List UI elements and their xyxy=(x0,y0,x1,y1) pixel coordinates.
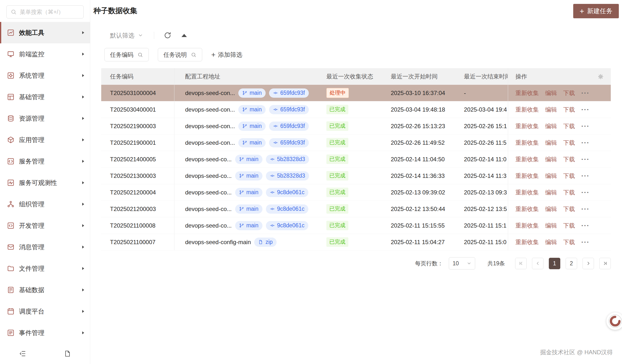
sidebar-item-frontend-monitor[interactable]: 前端监控 xyxy=(0,43,90,65)
commit-badge[interactable]: 9c8de061c xyxy=(266,204,309,214)
page-1-button[interactable]: 1 xyxy=(549,258,560,269)
more-actions-icon[interactable]: ··· xyxy=(581,172,590,180)
download-link[interactable]: 下载 xyxy=(563,89,575,97)
table-row[interactable]: T2025021200004devops-seed-co...main9c8de… xyxy=(101,184,611,201)
more-actions-icon[interactable]: ··· xyxy=(581,238,590,246)
new-task-button[interactable]: + 新建任务 xyxy=(573,4,619,18)
commit-badge[interactable]: 5b28328d3 xyxy=(266,171,309,181)
sidebar-item-application-management[interactable]: 应用管理 xyxy=(0,129,90,151)
commit-badge[interactable]: 9c8de061c xyxy=(266,188,309,197)
commit-badge[interactable]: 5b28328d3 xyxy=(266,155,309,164)
download-link[interactable]: 下载 xyxy=(563,189,575,196)
menu-search-input[interactable]: 菜单搜索（⌘+/） xyxy=(6,5,84,18)
recollect-link[interactable]: 重新收集 xyxy=(515,89,539,97)
edit-link[interactable]: 编辑 xyxy=(545,205,557,213)
commit-badge[interactable]: 659fdc93f xyxy=(269,122,309,131)
sidebar-item-basic-data[interactable]: 基础数据 xyxy=(0,279,90,301)
more-actions-icon[interactable]: ··· xyxy=(581,222,590,230)
download-link[interactable]: 下载 xyxy=(563,122,575,130)
branch-badge[interactable]: main xyxy=(235,155,262,164)
sidebar-item-basic-management[interactable]: 基础管理 xyxy=(0,86,90,108)
more-actions-icon[interactable]: ··· xyxy=(581,189,590,196)
task-desc-filter[interactable]: 任务说明 xyxy=(158,48,202,61)
table-row[interactable]: T2025021900001devops-seed-con...main659f… xyxy=(101,134,611,151)
branch-badge[interactable]: main xyxy=(238,89,266,98)
branch-badge[interactable]: main xyxy=(238,105,266,114)
recollect-link[interactable]: 重新收集 xyxy=(515,222,539,230)
branch-badge[interactable]: main xyxy=(235,171,262,181)
page-size-select[interactable]: 10 xyxy=(449,257,475,270)
edit-link[interactable]: 编辑 xyxy=(545,139,557,147)
recollect-link[interactable]: 重新收集 xyxy=(515,155,539,163)
branch-badge[interactable]: main xyxy=(235,204,262,214)
table-row[interactable]: T2025021900003devops-seed-con...main659f… xyxy=(101,118,611,134)
table-row[interactable]: T2025021200003devops-seed-co...main9c8de… xyxy=(101,201,611,217)
document-icon[interactable] xyxy=(64,350,71,357)
download-link[interactable]: 下载 xyxy=(563,222,575,230)
prev-page-button[interactable] xyxy=(532,258,544,269)
edit-link[interactable]: 编辑 xyxy=(545,106,557,113)
table-row[interactable]: T2025031000004devops-seed-con...main659f… xyxy=(101,85,611,101)
community-logo[interactable] xyxy=(606,312,622,330)
commit-badge[interactable]: 659fdc93f xyxy=(269,105,309,114)
more-actions-icon[interactable]: ··· xyxy=(581,139,590,147)
sidebar-item-resource-management[interactable]: 资源管理 xyxy=(0,108,90,129)
last-page-button[interactable] xyxy=(599,258,611,269)
download-link[interactable]: 下载 xyxy=(563,155,575,163)
branch-badge[interactable]: main xyxy=(238,138,266,147)
more-actions-icon[interactable]: ··· xyxy=(581,106,590,113)
commit-badge[interactable]: 9c8de061c xyxy=(266,221,309,230)
download-link[interactable]: 下载 xyxy=(563,139,575,147)
branch-badge[interactable]: main xyxy=(235,188,262,197)
sidebar-item-system-management[interactable]: 系统管理 xyxy=(0,65,90,86)
commit-badge[interactable]: 659fdc93f xyxy=(269,138,309,147)
download-link[interactable]: 下载 xyxy=(563,205,575,213)
download-link[interactable]: 下载 xyxy=(563,172,575,180)
page-2-button[interactable]: 2 xyxy=(566,258,577,269)
branch-badge[interactable]: main xyxy=(238,122,266,131)
zip-badge[interactable]: zip xyxy=(254,237,276,247)
sidebar-item-service-observability[interactable]: 服务可观测性 xyxy=(0,172,90,193)
edit-link[interactable]: 编辑 xyxy=(545,122,557,130)
more-actions-icon[interactable]: ··· xyxy=(581,155,590,163)
edit-link[interactable]: 编辑 xyxy=(545,238,557,246)
sidebar-item-file-management[interactable]: 文件管理 xyxy=(0,258,90,279)
edit-link[interactable]: 编辑 xyxy=(545,222,557,230)
download-link[interactable]: 下载 xyxy=(563,238,575,246)
edit-link[interactable]: 编辑 xyxy=(545,155,557,163)
edit-link[interactable]: 编辑 xyxy=(545,172,557,180)
more-actions-icon[interactable]: ··· xyxy=(581,89,590,97)
download-link[interactable]: 下载 xyxy=(563,106,575,113)
first-page-button[interactable] xyxy=(515,258,527,269)
sidebar-item-development-management[interactable]: 开发管理 xyxy=(0,215,90,236)
recollect-link[interactable]: 重新收集 xyxy=(515,172,539,180)
more-actions-icon[interactable]: ··· xyxy=(581,205,590,213)
add-filter-button[interactable]: + 添加筛选 xyxy=(211,51,242,59)
branch-badge[interactable]: main xyxy=(235,221,262,230)
settings-gear-icon[interactable] xyxy=(597,73,604,80)
table-row[interactable]: T2025021100008devops-seed-co...main9c8de… xyxy=(101,217,611,234)
recollect-link[interactable]: 重新收集 xyxy=(515,122,539,130)
refresh-icon[interactable] xyxy=(163,31,172,39)
table-row[interactable]: T2025030400001devops-seed-con...main659f… xyxy=(101,101,611,118)
recollect-link[interactable]: 重新收集 xyxy=(515,139,539,147)
collapse-filters-icon[interactable] xyxy=(181,34,187,37)
sidebar-item-efficiency-tools[interactable]: 效能工具 xyxy=(0,22,90,43)
sidebar-item-service-management[interactable]: 服务管理 xyxy=(0,151,90,172)
preset-filter-dropdown[interactable]: 默认筛选 xyxy=(110,31,143,39)
collapse-sidebar-icon[interactable] xyxy=(19,350,26,357)
recollect-link[interactable]: 重新收集 xyxy=(515,238,539,246)
edit-link[interactable]: 编辑 xyxy=(545,89,557,97)
sidebar-item-scheduling-platform[interactable]: 调度平台 xyxy=(0,301,90,322)
table-row[interactable]: T2025021400005devops-seed-co...main5b283… xyxy=(101,151,611,168)
recollect-link[interactable]: 重新收集 xyxy=(515,205,539,213)
edit-link[interactable]: 编辑 xyxy=(545,189,557,196)
next-page-button[interactable] xyxy=(583,258,594,269)
more-actions-icon[interactable]: ··· xyxy=(581,122,590,130)
commit-badge[interactable]: 659fdc93f xyxy=(269,89,309,98)
sidebar-item-organization-management[interactable]: 组织管理 xyxy=(0,193,90,215)
table-row[interactable]: T2025021300003devops-seed-co...main5b283… xyxy=(101,168,611,184)
sidebar-item-event-management[interactable]: 事件管理 xyxy=(0,322,90,344)
sidebar-item-message-management[interactable]: 消息管理 xyxy=(0,236,90,258)
table-row[interactable]: T2025021100007devops-seed-config-mainzip… xyxy=(101,234,611,251)
